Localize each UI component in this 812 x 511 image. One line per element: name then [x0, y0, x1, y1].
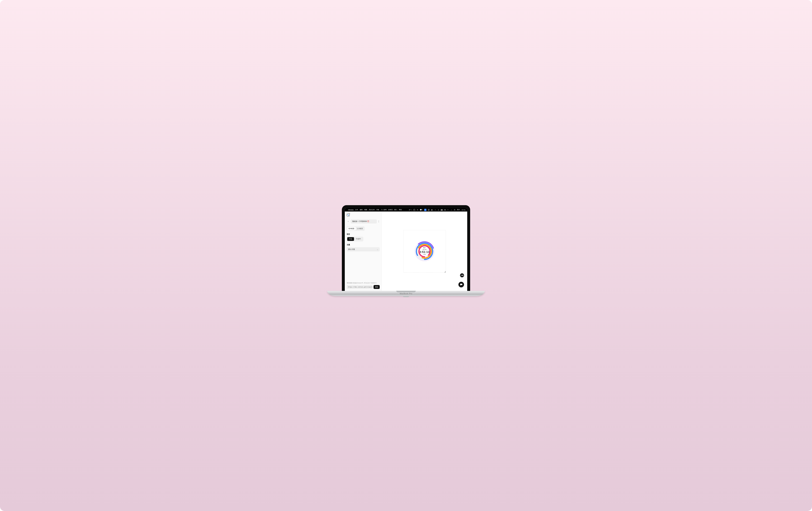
docs-button[interactable]: 文档: [460, 273, 464, 277]
language-label: 语言: [347, 233, 380, 235]
sync-icon[interactable]: ↻: [416, 209, 418, 211]
bird-icon[interactable]: 🕊1: [409, 209, 412, 211]
wechat-icon[interactable]: 💬2: [420, 209, 423, 211]
clock-rings: [412, 239, 437, 264]
chat-button[interactable]: [459, 282, 464, 287]
app-logo-row: 🐾: [347, 213, 380, 216]
embed-url-label: 复制链接 (粘贴在Notion中, 并且点击 "EMBED"): [347, 282, 380, 284]
control-center-icon[interactable]: ☰: [454, 209, 456, 211]
panda-icon[interactable]: ◐: [428, 209, 430, 211]
badge-count: 2: [422, 209, 423, 211]
language-option[interactable]: 中文: [347, 237, 354, 241]
back-button[interactable]: ‹: [347, 220, 350, 223]
ring-arc: [419, 246, 430, 257]
preview-area: 周六 5月 28 3:51:13 下午 文档: [382, 211, 467, 291]
embed-url-input[interactable]: https://dev.notion.pet/view/index.html?q…: [347, 285, 373, 289]
menubar-item[interactable]: 书签: [376, 209, 379, 211]
widget-title-text: 我的第一个环形时钟: [352, 220, 367, 222]
menubar-item[interactable]: 个人资料: [381, 209, 387, 211]
page-background: Chrome 文件编辑视图历史记录书签个人资料标签页窗口帮助 🕊1H↻💬2P◐◉…: [0, 0, 812, 511]
record-icon[interactable]: ◉: [431, 209, 433, 211]
screen-bezel: Chrome 文件编辑视图历史记录书签个人资料标签页窗口帮助 🕊1H↻💬2P◐◉…: [342, 205, 470, 291]
circle-h-icon[interactable]: H: [413, 209, 415, 211]
menubar-day: 周六: [457, 209, 460, 211]
copy-button[interactable]: 复制: [374, 285, 380, 289]
menubar-app-name[interactable]: Chrome: [348, 209, 353, 211]
menubar-status: 🕊1H↻💬2P◐◉ᚼ▯▮▮⊞ᯤ⌕☰ 周六 15:51: [409, 209, 466, 211]
chevron-down-icon: ⌄: [377, 248, 378, 250]
config-sidebar: 🐾 ‹ 我的第一个环形时钟 ⏰ ⋮ 组件配置公共配置 语言 中: [345, 211, 382, 291]
theme-label: 主题: [347, 244, 380, 246]
bluetooth-icon[interactable]: ᚼ: [434, 209, 436, 211]
chat-icon: [460, 283, 463, 286]
menubar-item[interactable]: 视图: [364, 209, 367, 211]
macbook-mockup: Chrome 文件编辑视图历史记录书签个人资料标签页窗口帮助 🕊1H↻💬2P◐◉…: [342, 205, 470, 296]
widget-title-row: ‹ 我的第一个环形时钟 ⏰ ⋮: [347, 219, 380, 223]
search-icon[interactable]: ⌕: [451, 209, 453, 211]
app-logo-icon[interactable]: 🐾: [347, 213, 350, 216]
badge-count: 1: [411, 209, 412, 211]
drive-icon[interactable]: ▯: [437, 209, 439, 211]
language-option[interactable]: English: [354, 237, 363, 241]
macbook-body: MacBook Pro: [327, 291, 485, 296]
wifi-icon[interactable]: ᯤ: [447, 209, 449, 211]
menubar-left: Chrome 文件编辑视图历史记录书签个人资料标签页窗口帮助: [346, 209, 402, 211]
app-window: 🐾 ‹ 我的第一个环形时钟 ⏰ ⋮ 组件配置公共配置 语言 中: [345, 211, 467, 291]
grid-icon[interactable]: ⊞: [444, 209, 446, 211]
menubar-item[interactable]: 标签页: [388, 209, 393, 211]
widget-title-emoji: ⏰: [367, 220, 369, 222]
p-app-icon[interactable]: P: [424, 209, 427, 211]
menubar-items: 文件编辑视图历史记录书签个人资料标签页窗口帮助: [355, 209, 402, 211]
menubar-item[interactable]: 历史记录: [369, 209, 375, 211]
config-tab[interactable]: 公共配置: [356, 227, 364, 230]
screen: Chrome 文件编辑视图历史记录书签个人资料标签页窗口帮助 🕊1H↻💬2P◐◉…: [345, 208, 467, 291]
menubar-item[interactable]: 文件: [355, 209, 358, 211]
resize-handle[interactable]: [444, 271, 446, 273]
ring-arc: [419, 244, 431, 258]
widget-canvas[interactable]: 周六 5月 28 3:51:13 下午: [403, 230, 446, 273]
macos-menubar: Chrome 文件编辑视图历史记录书签个人资料标签页窗口帮助 🕊1H↻💬2P◐◉…: [345, 208, 467, 211]
theme-select-value: 默认主题: [348, 248, 355, 250]
menubar-datetime[interactable]: 周六 15:51: [457, 209, 466, 211]
embed-url-row: https://dev.notion.pet/view/index.html?q…: [347, 285, 380, 289]
config-tab[interactable]: 组件配置: [347, 227, 356, 230]
menubar-item[interactable]: 窗口: [394, 209, 397, 211]
menubar-item[interactable]: 编辑: [360, 209, 362, 211]
widget-title[interactable]: 我的第一个环形时钟 ⏰: [351, 219, 377, 223]
more-button[interactable]: ⋮: [378, 220, 380, 222]
theme-select[interactable]: 默认主题 ⌄: [347, 247, 380, 251]
language-segmented: 中文English: [347, 237, 363, 241]
config-tabs: 组件配置公共配置: [347, 227, 365, 231]
menubar-time: 15:51: [462, 209, 466, 211]
ring-clock: 周六 5月 28 3:51:13 下午: [412, 239, 437, 264]
macbook-brand: MacBook Pro: [327, 293, 485, 295]
menubar-item[interactable]: 帮助: [399, 209, 402, 211]
battery-icon[interactable]: ▮▮: [441, 209, 443, 211]
trackpad-notch: [396, 291, 416, 292]
